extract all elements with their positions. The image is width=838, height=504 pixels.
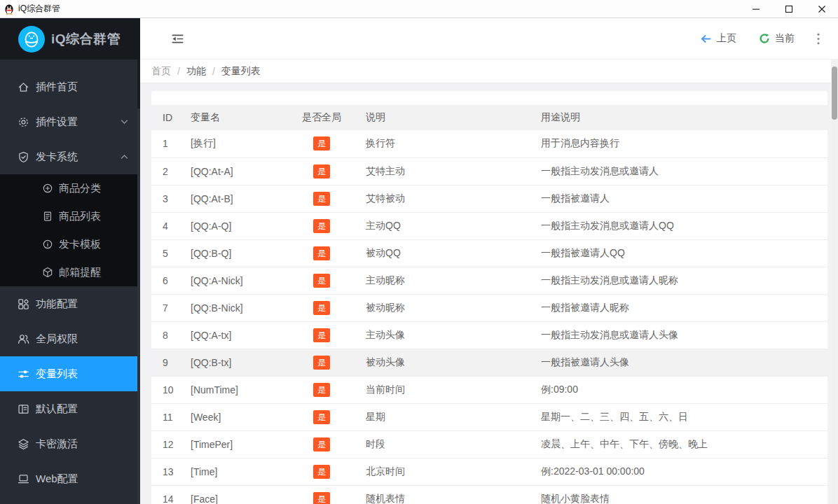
global-badge: 是 — [313, 328, 330, 342]
breadcrumb-function[interactable]: 功能 — [186, 65, 206, 78]
row-id: 13 — [163, 466, 174, 477]
close-button[interactable] — [805, 0, 838, 18]
row-id: 14 — [163, 493, 174, 504]
row-usage: 凌晨、上午、中午、下午、傍晚、晚上 — [541, 438, 708, 449]
sidebar-item-plugin-home[interactable]: 插件首页 — [0, 69, 140, 104]
sidebar-item-web-config[interactable]: Web配置 — [0, 461, 140, 496]
gear-icon — [18, 116, 29, 128]
table-row[interactable]: 2 [QQ:At-A] 是 艾特主动 一般指主动发消息或邀请人 — [151, 158, 827, 185]
table-row[interactable]: 12 [TimePer] 是 时段 凌晨、上午、中午、下午、傍晚、晚上 — [151, 430, 827, 458]
row-id: 7 — [163, 302, 168, 314]
sidebar-subitem-card-template[interactable]: 发卡模板 — [0, 230, 140, 258]
table-row[interactable]: 4 [QQ:A-Q] 是 主动QQ 一般指主动发消息或邀请人QQ — [151, 212, 827, 239]
document-icon — [42, 211, 53, 222]
sidebar-item-global-permissions[interactable]: 全局权限 — [0, 321, 140, 356]
row-id: 2 — [163, 166, 168, 177]
row-usage: 例:2022-03-01 00:00:00 — [541, 465, 645, 477]
refresh-current-button[interactable]: 当前 — [759, 32, 795, 45]
refresh-current-label: 当前 — [775, 32, 795, 45]
sidebar-item-variable-list[interactable]: 变量列表 — [0, 356, 140, 391]
table-body: 1 [换行] 是 换行符 用于消息内容换行 2 [QQ:At-A] 是 艾特主动… — [151, 130, 827, 504]
row-usage: 一般指主动发消息或邀请人昵称 — [541, 274, 678, 286]
table-row[interactable]: 10 [NumTime] 是 当前时间 例:09:00 — [151, 376, 827, 403]
column-header-is-global: 是否全局 — [289, 105, 355, 130]
layers-icon — [18, 438, 29, 450]
row-variable-name: [Time] — [191, 466, 217, 477]
table-row[interactable]: 5 [QQ:B-Q] 是 被动QQ 一般指被邀请人QQ — [151, 239, 827, 267]
table-row[interactable]: 13 [Time] 是 北京时间 例:2022-03-01 00:00:00 — [151, 458, 827, 485]
circle-plus-icon — [42, 183, 53, 194]
row-variable-name: [Face] — [191, 493, 218, 504]
global-badge: 是 — [313, 274, 330, 288]
sidebar-item-label: 默认配置 — [36, 402, 78, 416]
sidebar-item-label: 插件首页 — [36, 80, 78, 94]
table-row[interactable]: 1 [换行] 是 换行符 用于消息内容换行 — [151, 130, 827, 158]
sidebar-subitem-mail-reminder[interactable]: 邮箱提醒 — [0, 258, 140, 286]
row-id: 11 — [163, 412, 173, 423]
sliders-icon — [18, 368, 29, 380]
prev-page-label: 上页 — [717, 32, 736, 45]
minimize-icon — [752, 5, 760, 13]
shield-check-icon — [18, 151, 29, 163]
row-variable-name: [QQ:A-Nick] — [191, 275, 243, 286]
sidebar-item-function-config[interactable]: 功能配置 — [0, 286, 140, 321]
global-badge: 是 — [313, 465, 330, 479]
sidebar-item-card-system[interactable]: 发卡系统 — [0, 139, 140, 174]
row-variable-name: [QQ:At-B] — [191, 193, 233, 204]
sidebar-item-label: 全局权限 — [36, 332, 78, 346]
table-row[interactable]: 3 [QQ:At-B] 是 艾特被动 一般指被邀请人 — [151, 185, 827, 212]
minimize-button[interactable] — [739, 0, 772, 18]
row-id: 6 — [163, 275, 168, 286]
sidebar-item-label: 卡密激活 — [36, 438, 78, 451]
breadcrumb-separator: / — [212, 66, 215, 77]
global-badge: 是 — [313, 492, 330, 504]
breadcrumb-current: 变量列表 — [221, 65, 261, 78]
sidebar-item-plugin-settings[interactable]: 插件设置 — [0, 104, 140, 139]
qq-penguin-icon — [4, 4, 15, 15]
row-usage: 一般指主动发消息或邀请人头像 — [541, 329, 678, 340]
sidebar-item-label: 插件设置 — [36, 115, 78, 129]
row-description: 艾特被动 — [366, 192, 405, 204]
prev-page-button[interactable]: 上页 — [700, 32, 736, 45]
app-logo: iQ综合群管 — [0, 18, 140, 59]
global-badge: 是 — [313, 192, 330, 206]
table-row[interactable]: 11 [Week] 是 星期 星期一、二、三、四、五、六、日 — [151, 403, 827, 430]
table-row[interactable]: 7 [QQ:B-Nick] 是 被动昵称 一般指被邀请人昵称 — [151, 294, 827, 321]
row-variable-name: [NumTime] — [191, 384, 238, 396]
row-id: 1 — [163, 138, 168, 149]
sidebar-item-card-key-activation[interactable]: 卡密激活 — [0, 426, 140, 461]
maximize-button[interactable] — [772, 0, 805, 18]
row-usage: 用于消息内容换行 — [541, 137, 619, 148]
table-row[interactable]: 8 [QQ:A-tx] 是 主动头像 一般指主动发消息或邀请人头像 — [151, 321, 827, 349]
breadcrumb-home[interactable]: 首页 — [151, 65, 171, 78]
row-variable-name: [QQ:At-A] — [191, 166, 233, 177]
global-badge: 是 — [313, 356, 330, 370]
table-row[interactable]: 14 [Face] 是 随机表情 随机小黄脸表情 — [151, 485, 827, 504]
table-row[interactable]: 9 [QQ:B-tx] 是 被动头像 一般指被邀请人头像 — [151, 349, 827, 376]
sidebar-item-label: 变量列表 — [36, 368, 78, 381]
row-id: 9 — [163, 357, 168, 368]
row-id: 3 — [163, 193, 168, 204]
content-scrollbar — [831, 59, 838, 504]
row-usage: 一般指被邀请人 — [541, 192, 610, 204]
sidebar-subitem-product-list[interactable]: 商品列表 — [0, 202, 140, 230]
table-row[interactable]: 6 [QQ:A-Nick] 是 主动昵称 一般指主动发消息或邀请人昵称 — [151, 267, 827, 294]
sidebar-nav: 插件首页 插件设置 发卡系统 — [0, 59, 140, 496]
content-scrollbar-thumb[interactable] — [832, 66, 837, 120]
content-header: 上页 当前 — [140, 18, 838, 59]
collapse-sidebar-button[interactable] — [171, 32, 184, 46]
sidebar-subitem-product-category[interactable]: 商品分类 — [0, 174, 140, 202]
sidebar-subitem-label: 商品分类 — [59, 182, 101, 195]
row-variable-name: [TimePer] — [191, 439, 233, 450]
row-id: 8 — [163, 330, 168, 341]
variable-table-card: ID 变量名 是否全局 说明 用途说明 1 [换行] 是 换行符 用于消息内容换… — [151, 91, 827, 504]
main-content: 上页 当前 首页 / — [140, 18, 838, 504]
row-description: 随机表情 — [366, 493, 405, 504]
row-id: 10 — [163, 384, 174, 396]
row-variable-name: [Week] — [191, 412, 221, 423]
row-usage: 一般指主动发消息或邀请人QQ — [541, 220, 674, 231]
sidebar-item-default-config[interactable]: 默认配置 — [0, 391, 140, 426]
sidebar-subitem-label: 邮箱提醒 — [59, 266, 101, 279]
column-header-id: ID — [151, 105, 179, 130]
more-vertical-icon[interactable] — [817, 33, 820, 45]
